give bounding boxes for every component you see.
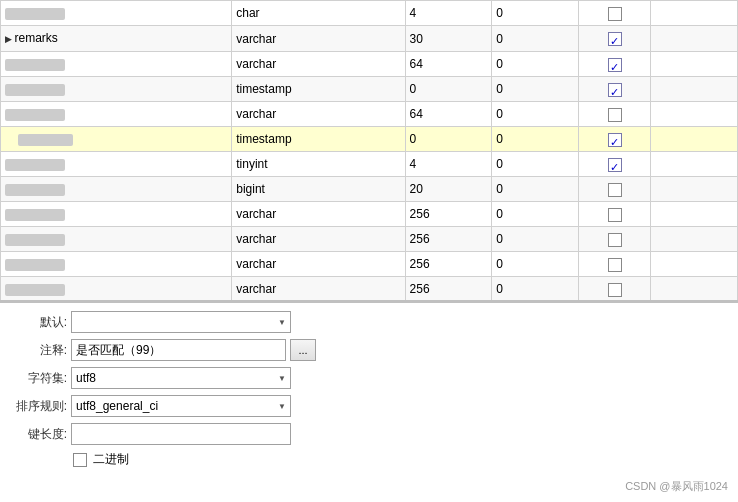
field-length-cell: 256 <box>405 277 492 301</box>
blurred-field-name <box>5 8 65 20</box>
field-type-cell: timestamp <box>232 127 405 152</box>
comment-input[interactable]: 是否匹配（99） <box>71 339 286 361</box>
field-decimal-cell: 0 <box>492 177 579 202</box>
keylength-input[interactable] <box>71 423 291 445</box>
field-extra-cell <box>651 1 738 26</box>
field-length-cell: 64 <box>405 52 492 77</box>
notnull-checkbox[interactable] <box>608 58 622 72</box>
comment-btn[interactable]: ... <box>290 339 316 361</box>
field-length-cell: 0 <box>405 77 492 102</box>
table-row[interactable]: char40 <box>1 1 738 26</box>
table-row[interactable]: difdif etimestamp00 <box>1 127 738 152</box>
field-notnull-cell[interactable] <box>579 102 651 127</box>
field-notnull-cell[interactable] <box>579 127 651 152</box>
notnull-checkbox[interactable] <box>608 158 622 172</box>
field-notnull-cell[interactable] <box>579 152 651 177</box>
table-row[interactable]: tinyint40 <box>1 152 738 177</box>
notnull-checkbox[interactable] <box>608 7 622 21</box>
table-row[interactable]: ▶ remarksvarchar300 <box>1 26 738 52</box>
field-type-cell: varchar <box>232 252 405 277</box>
field-name-cell <box>1 277 232 301</box>
notnull-checkbox[interactable] <box>608 108 622 122</box>
table-row[interactable]: varchar2560 <box>1 202 738 227</box>
field-decimal-cell: 0 <box>492 277 579 301</box>
field-extra-cell <box>651 26 738 52</box>
table-row[interactable]: varchar2560 <box>1 227 738 252</box>
charset-dropdown[interactable]: utf8 ▼ <box>71 367 291 389</box>
field-extra-cell <box>651 127 738 152</box>
field-length-cell: 256 <box>405 227 492 252</box>
field-extra-cell <box>651 152 738 177</box>
default-dropdown[interactable]: ▼ <box>71 311 291 333</box>
table-row[interactable]: varchar640 <box>1 52 738 77</box>
notnull-checkbox[interactable] <box>608 283 622 297</box>
field-type-cell: varchar <box>232 277 405 301</box>
field-notnull-cell[interactable] <box>579 202 651 227</box>
field-decimal-cell: 0 <box>492 202 579 227</box>
field-notnull-cell[interactable] <box>579 26 651 52</box>
field-name-cell <box>1 77 232 102</box>
field-name-cell <box>1 52 232 77</box>
field-notnull-cell[interactable] <box>579 77 651 102</box>
default-row: 默认: ▼ <box>12 311 726 333</box>
blurred-field-name <box>5 184 65 196</box>
field-type-cell: tinyint <box>232 152 405 177</box>
field-type-cell: varchar <box>232 26 405 52</box>
field-name-cell <box>1 202 232 227</box>
default-label: 默认: <box>12 314 67 331</box>
blurred-field-name <box>5 259 65 271</box>
field-name-cell: ▶ remarks <box>1 26 232 52</box>
binary-label: 二进制 <box>93 451 129 468</box>
collation-dropdown[interactable]: utf8_general_ci ▼ <box>71 395 291 417</box>
notnull-checkbox[interactable] <box>608 258 622 272</box>
notnull-checkbox[interactable] <box>608 32 622 46</box>
charset-dropdown-arrow: ▼ <box>278 374 286 383</box>
row-arrow-icon: ▶ <box>5 34 15 44</box>
blurred-field-name <box>5 84 65 96</box>
blurred-field-name <box>5 209 65 221</box>
binary-checkbox[interactable] <box>73 453 87 467</box>
field-notnull-cell[interactable] <box>579 277 651 301</box>
table-row[interactable]: bigint200 <box>1 177 738 202</box>
field-type-cell: bigint <box>232 177 405 202</box>
field-length-cell: 0 <box>405 127 492 152</box>
field-type-cell: varchar <box>232 52 405 77</box>
notnull-checkbox[interactable] <box>608 208 622 222</box>
blurred-field-name: dif e <box>18 134 73 146</box>
field-extra-cell <box>651 102 738 127</box>
table-row[interactable]: varchar2560 <box>1 252 738 277</box>
field-name-cell <box>1 227 232 252</box>
data-table-wrapper[interactable]: char40▶ remarksvarchar300 varchar640 tim… <box>0 0 738 300</box>
blurred-field-name <box>5 159 65 171</box>
field-decimal-cell: 0 <box>492 77 579 102</box>
notnull-checkbox[interactable] <box>608 183 622 197</box>
field-name-cell <box>1 177 232 202</box>
notnull-checkbox[interactable] <box>608 83 622 97</box>
field-type-cell: timestamp <box>232 77 405 102</box>
comment-value: 是否匹配（99） <box>76 342 161 359</box>
charset-value: utf8 <box>76 371 278 385</box>
field-notnull-cell[interactable] <box>579 252 651 277</box>
table-row[interactable]: varchar2560 <box>1 277 738 301</box>
collation-dropdown-arrow: ▼ <box>278 402 286 411</box>
field-length-cell: 64 <box>405 102 492 127</box>
fields-table: char40▶ remarksvarchar300 varchar640 tim… <box>0 0 738 300</box>
comment-label: 注释: <box>12 342 67 359</box>
properties-panel: 默认: ▼ 注释: 是否匹配（99） ... 字符集: utf8 ▼ <box>0 301 738 502</box>
field-notnull-cell[interactable] <box>579 1 651 26</box>
field-extra-cell <box>651 277 738 301</box>
table-row[interactable]: varchar640 <box>1 102 738 127</box>
field-notnull-cell[interactable] <box>579 227 651 252</box>
field-extra-cell <box>651 252 738 277</box>
notnull-checkbox[interactable] <box>608 233 622 247</box>
field-notnull-cell[interactable] <box>579 52 651 77</box>
table-row[interactable]: timestamp00 <box>1 77 738 102</box>
field-type-cell: varchar <box>232 227 405 252</box>
charset-label: 字符集: <box>12 370 67 387</box>
field-length-cell: 20 <box>405 177 492 202</box>
field-length-cell: 30 <box>405 26 492 52</box>
notnull-checkbox[interactable] <box>608 133 622 147</box>
field-notnull-cell[interactable] <box>579 177 651 202</box>
blurred-field-name <box>5 284 65 296</box>
field-length-cell: 4 <box>405 1 492 26</box>
